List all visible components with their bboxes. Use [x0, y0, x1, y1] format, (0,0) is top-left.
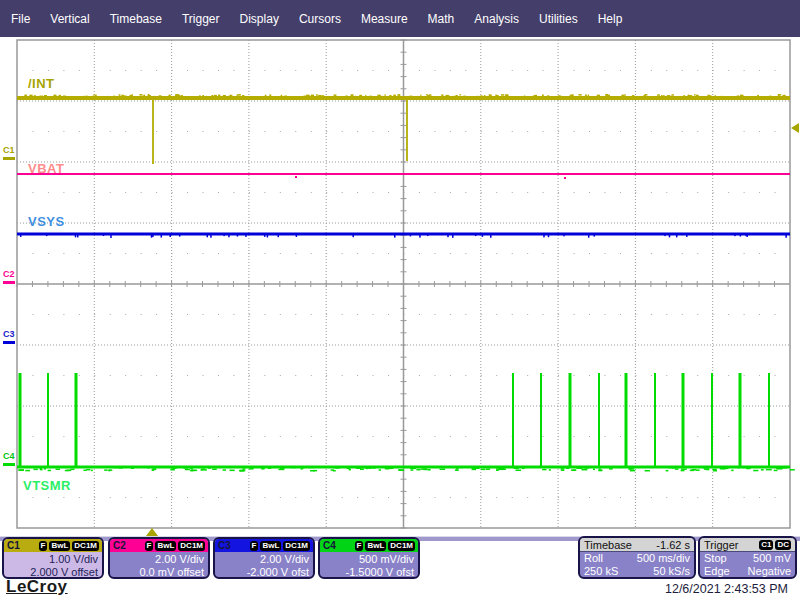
channel-marker-c2-dash	[3, 281, 15, 284]
trace-c4-noise	[234, 466, 238, 468]
trace-c4-noise	[208, 467, 211, 469]
trace-c1-noise	[318, 95, 321, 97]
trace-c4-noise	[681, 468, 687, 470]
trace-c1-noise	[83, 96, 85, 98]
trace-c1-noise	[39, 96, 42, 98]
trace-c4-noise	[766, 469, 772, 471]
trace-c1-noise	[281, 95, 282, 97]
bandwidth-limit-badge: BwL	[49, 541, 70, 551]
trace-c4-noise	[781, 467, 787, 469]
trace-c1-noise	[459, 94, 460, 96]
trace-c4-noise	[630, 470, 635, 472]
trace-c3-noise	[245, 235, 247, 237]
trace-c3-noise	[296, 235, 298, 237]
trace-c1-noise	[489, 94, 492, 96]
trace-c3-noise	[223, 235, 225, 236]
impedance-badge: DC1M	[72, 541, 99, 551]
trace-c3-noise	[151, 235, 153, 238]
channel-marker-c4[interactable]: C4	[3, 452, 17, 466]
trace-c1-noise	[303, 96, 306, 98]
trigger-source-badge: C1	[759, 540, 773, 550]
timebase-per-div: 500 ms/div	[637, 552, 690, 565]
trigger-state: Stop	[704, 552, 727, 565]
trace-c4-noise	[261, 468, 264, 470]
trace-c4-noise	[215, 466, 220, 468]
channel-marker-c2[interactable]: C2	[3, 270, 17, 284]
trace-c1-noise	[683, 95, 685, 97]
trace-c4-noise	[268, 467, 271, 469]
trace-c1-noise	[177, 94, 179, 96]
channel-marker-c3-dash	[3, 341, 15, 344]
trace-c3-noise	[475, 235, 477, 236]
trace-c1-noise	[346, 95, 348, 97]
trace-c1-noise	[24, 95, 27, 97]
trace-c3-noise	[482, 235, 484, 237]
trace-c1-noise	[597, 95, 600, 97]
trace-c1-noise	[769, 96, 772, 98]
trace-c4-noise	[566, 468, 569, 470]
trace-c1-noise	[159, 95, 162, 97]
channel-descriptor-c3[interactable]: C3 F BwL DC1M 2.00 V/div -2.000 V ofst	[213, 537, 315, 579]
trace-c1-noise	[588, 95, 589, 97]
channel-descriptor-c3-header: C3 F BwL DC1M	[215, 539, 313, 552]
trace-c1-noise	[578, 94, 581, 96]
timebase-descriptor[interactable]: Timebase -1.62 s Roll 500 ms/div 250 kS …	[578, 536, 696, 579]
trace-c1-noise	[778, 94, 781, 96]
trace-c1-noise	[592, 96, 593, 98]
trace-c4-noise	[495, 467, 498, 469]
channel-id-c1: C1	[7, 540, 20, 551]
trace-c4-noise	[185, 469, 190, 471]
trigger-time-marker-icon[interactable]	[146, 528, 158, 536]
channel-descriptor-c2[interactable]: C2 F BwL DC1M 2.00 V/div 0.0 mV offset	[108, 537, 210, 579]
c4-volts-per-div: 500 mV/div	[324, 553, 414, 566]
trace-c1-noise	[783, 95, 786, 97]
trace-c4-noise	[349, 469, 351, 471]
timebase-mode: Roll	[584, 552, 603, 565]
trace-c1-noise	[322, 95, 324, 97]
channel-marker-c1[interactable]: C1	[3, 146, 17, 160]
trace-c1-noise	[585, 94, 587, 96]
trace-c4-noise	[776, 467, 780, 469]
trace-c1-noise	[505, 95, 507, 97]
trace-c4-noise	[333, 470, 336, 472]
trace-c4-noise	[549, 469, 551, 471]
channel-marker-c3[interactable]: C3	[3, 330, 17, 344]
coupling-badge: F	[250, 541, 259, 551]
trace-c3-noise	[277, 235, 279, 237]
trace-c4-noise	[313, 470, 317, 472]
trace-c1-noise	[389, 95, 391, 97]
trace-c1-noise	[316, 94, 318, 96]
trace-c4-noise	[690, 470, 694, 472]
trace-c4-noise	[704, 468, 709, 470]
channel-descriptor-c4[interactable]: C4 F BwL DC1M 500 mV/div -1.5000 V ofst	[318, 537, 420, 579]
trace-c1-noise	[154, 96, 155, 98]
trace-c4-noise	[242, 468, 245, 470]
trace-c4-noise	[593, 469, 595, 471]
trace-c4-noise	[428, 469, 431, 471]
trigger-level-marker-icon[interactable]	[791, 123, 799, 133]
trace-c1-noise	[92, 96, 94, 98]
timebase-samples: 250 kS	[584, 565, 618, 578]
trace-c1-noise	[690, 95, 692, 97]
trace-c4-noise	[522, 468, 525, 470]
trace-c4-noise	[558, 467, 563, 469]
trace-c4-noise	[25, 470, 30, 472]
channel-descriptor-c1[interactable]: C1 F BwL DC1M 1.00 V/div 2.000 V offset	[2, 537, 104, 579]
trace-c1-noise	[59, 95, 61, 97]
trace-c4-noise	[399, 469, 405, 471]
trace-c4-noise	[576, 467, 582, 469]
trace-c1-noise	[484, 95, 485, 97]
trace-c4-noise	[83, 470, 86, 472]
trace-c4-noise	[645, 470, 650, 472]
trace-c4-noise	[44, 468, 46, 470]
c3-volts-per-div: 2.00 V/div	[219, 553, 309, 566]
channel-marker-c1-label: C1	[3, 145, 15, 155]
trace-c3-noise	[740, 235, 742, 237]
channel-marker-c3-label: C3	[3, 329, 15, 339]
trigger-descriptor[interactable]: Trigger C1 DC Stop 500 mV Edge Negative	[698, 536, 797, 579]
trace-c1-noise	[93, 94, 94, 96]
trace-c3-noise	[588, 235, 590, 238]
trace-c4-noise	[440, 469, 446, 471]
channel-marker-c1-dash	[3, 157, 15, 160]
timebase-header: Timebase -1.62 s	[580, 538, 694, 552]
